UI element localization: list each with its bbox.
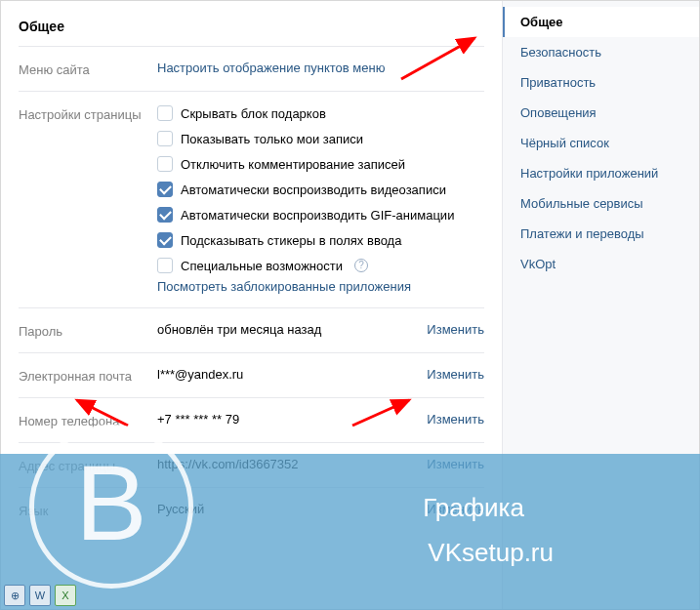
row-label: Пароль <box>19 322 157 339</box>
row-value: l***@yandex.ru <box>157 367 410 382</box>
row-label: Язык <box>19 502 157 518</box>
row-label: Адрес страницы <box>19 457 157 473</box>
change-link[interactable]: Изменить <box>427 502 484 516</box>
row-site-menu: Меню сайта Настроить отображение пунктов… <box>19 47 484 92</box>
checkbox[interactable] <box>157 182 173 197</box>
page-title: Общее <box>19 13 484 47</box>
tray-word-icon[interactable]: W <box>29 585 51 606</box>
checkbox-label: Подсказывать стикеры в полях ввода <box>181 233 401 248</box>
sidebar-item[interactable]: Безопасность <box>503 37 699 67</box>
checkbox-label: Показывать только мои записи <box>181 132 363 146</box>
row-value: +7 *** *** ** 79 <box>157 412 410 427</box>
checkbox-label: Отключить комментирование записей <box>181 157 405 172</box>
sidebar-item[interactable]: Платежи и переводы <box>503 219 699 249</box>
row-value: Русский <box>157 502 410 516</box>
blocked-apps-link[interactable]: Посмотреть заблокированные приложения <box>157 279 484 294</box>
row-label: Меню сайта <box>19 61 157 77</box>
configure-menu-link[interactable]: Настроить отображение пунктов меню <box>157 61 385 75</box>
row-value: обновлён три месяца назад <box>157 322 410 337</box>
settings-row: Парольобновлён три месяца назадИзменить <box>19 308 484 353</box>
row-label: Настройки страницы <box>19 105 157 122</box>
settings-row: Адрес страницыhttps://vk.com/id3667352Из… <box>19 443 484 488</box>
help-icon[interactable]: ? <box>354 259 368 272</box>
sidebar-item[interactable]: Мобильные сервисы <box>503 188 699 219</box>
sidebar-item[interactable]: Общее <box>503 7 699 37</box>
row-page-settings: Настройки страницы Скрывать блок подарко… <box>19 92 484 308</box>
checkbox-item[interactable]: Автоматически воспроизводить GIF-анимаци… <box>157 207 484 223</box>
checkbox-item[interactable]: Отключить комментирование записей <box>157 156 484 172</box>
settings-row: ЯзыкРусскийИзменить <box>19 488 484 532</box>
checkbox-label: Автоматически воспроизводить GIF-анимаци… <box>181 208 454 223</box>
checkbox[interactable] <box>157 258 173 273</box>
change-link[interactable]: Изменить <box>427 457 484 471</box>
row-value: https://vk.com/id3667352 <box>157 457 410 471</box>
settings-sidebar: ОбщееБезопасностьПриватностьОповещенияЧё… <box>502 1 699 609</box>
settings-row: Электронная почтаl***@yandex.ruИзменить <box>19 353 484 398</box>
settings-row: Номер телефона+7 *** *** ** 79Изменить <box>19 398 484 443</box>
checkbox-label: Автоматически воспроизводить видеозаписи <box>181 183 446 197</box>
checkbox[interactable] <box>157 156 173 172</box>
checkbox-item[interactable]: Автоматически воспроизводить видеозаписи <box>157 182 484 197</box>
tray-excel-icon[interactable]: X <box>55 585 76 606</box>
row-label: Электронная почта <box>19 367 157 384</box>
change-link[interactable]: Изменить <box>427 367 484 382</box>
checkbox-item[interactable]: Специальные возможности? <box>157 258 484 273</box>
checkbox-label: Скрывать блок подарков <box>181 106 326 121</box>
sidebar-item[interactable]: VkOpt <box>503 249 699 279</box>
checkbox[interactable] <box>157 232 173 248</box>
sidebar-item[interactable]: Настройки приложений <box>503 158 699 188</box>
checkbox-item[interactable]: Подсказывать стикеры в полях ввода <box>157 232 484 248</box>
checkbox-item[interactable]: Скрывать блок подарков <box>157 105 484 121</box>
tray-icon[interactable]: ⊕ <box>4 585 25 606</box>
main-pane: Общее Меню сайта Настроить отображение п… <box>1 1 502 609</box>
checkbox[interactable] <box>157 207 173 223</box>
checkbox-label: Специальные возможности <box>181 259 343 273</box>
tray: ⊕ W X <box>4 585 76 606</box>
row-label: Номер телефона <box>19 412 157 428</box>
change-link[interactable]: Изменить <box>427 412 484 427</box>
sidebar-item[interactable]: Чёрный список <box>503 128 699 158</box>
checkbox[interactable] <box>157 131 173 146</box>
change-link[interactable]: Изменить <box>427 322 484 337</box>
sidebar-item[interactable]: Оповещения <box>503 98 699 128</box>
checkbox[interactable] <box>157 105 173 121</box>
sidebar-item[interactable]: Приватность <box>503 67 699 98</box>
checkbox-item[interactable]: Показывать только мои записи <box>157 131 484 146</box>
